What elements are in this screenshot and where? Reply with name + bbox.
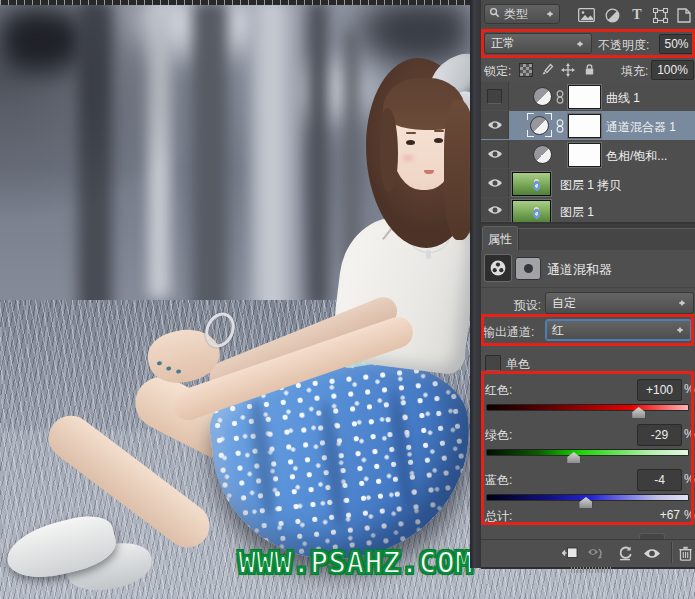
nail-polish xyxy=(157,361,163,366)
adjustment-icon xyxy=(533,145,552,164)
blend-mode-dropdown[interactable]: 正常 xyxy=(484,33,592,54)
lock-transparency-icon[interactable] xyxy=(518,62,534,77)
eye-icon xyxy=(487,120,503,130)
eye-icon xyxy=(487,178,503,188)
layer-mask-thumbnail[interactable] xyxy=(568,85,601,109)
blue-slider-label: 蓝色: xyxy=(485,472,512,489)
channel-mixer-icon xyxy=(484,254,512,282)
layer-filter-type-dropdown[interactable]: 类型 xyxy=(484,4,560,24)
delete-button[interactable] xyxy=(675,544,695,562)
red-slider-thumb[interactable] xyxy=(632,407,645,418)
move-lock-icon[interactable] xyxy=(560,62,576,77)
red-slider-value[interactable]: +100 xyxy=(637,379,682,401)
visibility-cell[interactable] xyxy=(481,198,509,221)
monochrome-checkbox[interactable] xyxy=(485,355,501,371)
photoshop-window: WWW.PSAHZ.COM 类型 T xyxy=(0,0,695,599)
layer-row-layer1-copy[interactable]: 图层 1 拷贝 xyxy=(481,169,695,199)
chevron-updown-icon xyxy=(676,324,685,336)
fill-value[interactable]: 100% xyxy=(651,60,694,80)
total-unit: % xyxy=(684,508,695,522)
opacity-label: 不透明度: xyxy=(598,37,649,54)
watermark-text: WWW.PSAHZ.COM xyxy=(238,545,473,580)
text-filter-icon[interactable]: T xyxy=(628,7,646,23)
search-icon xyxy=(489,7,500,21)
red-slider-label: 红色: xyxy=(485,382,512,399)
lock-icon[interactable] xyxy=(581,62,597,77)
girl-blush xyxy=(402,155,414,161)
total-value: +67 xyxy=(631,508,680,522)
brush-lock-icon[interactable] xyxy=(539,62,555,77)
properties-title: 通道混和器 xyxy=(547,261,612,279)
reset-button[interactable] xyxy=(615,544,635,562)
tab-properties[interactable]: 属性 xyxy=(482,226,518,252)
visibility-cell[interactable] xyxy=(481,82,509,110)
layer-thumbnail[interactable] xyxy=(512,200,551,224)
output-channel-value: 红 xyxy=(552,322,564,339)
layer-name[interactable]: 色相/饱和... xyxy=(606,148,667,165)
green-slider-thumbwrap xyxy=(486,452,689,464)
preset-label: 预设: xyxy=(481,297,541,314)
skirt-fold xyxy=(246,397,278,518)
layers-filter-row: 类型 T xyxy=(481,0,695,30)
properties-tabbar: 属性 xyxy=(481,222,695,252)
green-slider-label: 绿色: xyxy=(485,427,512,444)
layer-row-channel-mixer[interactable]: 通道混合器 1 xyxy=(481,111,695,141)
blue-slider-unit: % xyxy=(684,472,695,486)
blend-mode-value: 正常 xyxy=(491,35,515,52)
toggle-visibility-button[interactable] xyxy=(642,544,662,562)
layer-row-curves[interactable]: 曲线 1 xyxy=(481,82,695,112)
adjustment-filter-icon[interactable] xyxy=(603,7,621,23)
output-channel-label: 输出通道: xyxy=(483,324,534,341)
output-channel-dropdown[interactable]: 红 xyxy=(545,319,692,341)
hidden-eye-well xyxy=(487,89,502,104)
layer-thumbnail[interactable] xyxy=(512,172,551,196)
shape-filter-icon[interactable] xyxy=(651,7,669,23)
green-slider-value[interactable]: -29 xyxy=(637,424,682,446)
clip-to-layer-button[interactable] xyxy=(560,544,580,562)
skirt-fold xyxy=(386,386,417,507)
opacity-value[interactable]: 50% xyxy=(659,34,694,54)
targeted-adjustment-brackets xyxy=(527,113,552,137)
layer-mask-icon[interactable] xyxy=(515,257,541,280)
chevron-updown-icon xyxy=(576,38,585,50)
preset-dropdown[interactable]: 自定 xyxy=(545,292,694,314)
panel-separator[interactable] xyxy=(470,0,481,568)
layer-name[interactable]: 通道混合器 1 xyxy=(606,119,676,136)
layer-row-layer1[interactable]: 图层 1 xyxy=(481,198,695,223)
layer-name[interactable]: 曲线 1 xyxy=(606,90,640,107)
red-slider-thumbwrap xyxy=(486,407,689,419)
filter-type-label: 类型 xyxy=(504,6,528,23)
chain-icon xyxy=(556,119,564,136)
girl-eyebrow xyxy=(434,130,444,132)
layer-row-hue-saturation[interactable]: 色相/饱和... xyxy=(481,140,695,170)
eye-icon xyxy=(487,205,503,215)
lock-label: 锁定: xyxy=(484,63,511,80)
red-slider-unit: % xyxy=(684,382,695,396)
visibility-cell[interactable] xyxy=(481,169,509,197)
image-filter-icon[interactable] xyxy=(577,7,595,23)
adjustment-icon xyxy=(533,87,552,106)
layer-name[interactable]: 图层 1 拷贝 xyxy=(560,177,621,194)
green-slider-thumb[interactable] xyxy=(567,452,580,463)
visibility-cell[interactable] xyxy=(481,140,509,168)
smart-filter-icon[interactable] xyxy=(675,7,693,23)
nail-polish xyxy=(166,366,172,371)
preset-value: 自定 xyxy=(552,295,576,312)
chevron-updown-icon xyxy=(546,8,555,20)
blue-slider-value[interactable]: -4 xyxy=(637,469,682,491)
girl-eyebrow xyxy=(406,132,416,134)
footer-divider xyxy=(671,542,673,563)
view-previous-state-button[interactable] xyxy=(585,544,605,562)
panel-resize-handle[interactable] xyxy=(571,567,611,573)
chain-icon xyxy=(556,90,564,107)
layer-name[interactable]: 图层 1 xyxy=(560,204,594,221)
visibility-cell[interactable] xyxy=(481,111,509,139)
monochrome-label: 单色 xyxy=(506,356,530,373)
blue-slider-thumb[interactable] xyxy=(579,497,592,508)
girl-pendant xyxy=(426,250,431,259)
nail-polish xyxy=(176,369,182,374)
document-ruler xyxy=(0,0,470,5)
layer-mask-thumbnail[interactable] xyxy=(568,114,601,138)
chevron-updown-icon xyxy=(678,297,687,309)
layer-mask-thumbnail[interactable] xyxy=(568,143,601,167)
